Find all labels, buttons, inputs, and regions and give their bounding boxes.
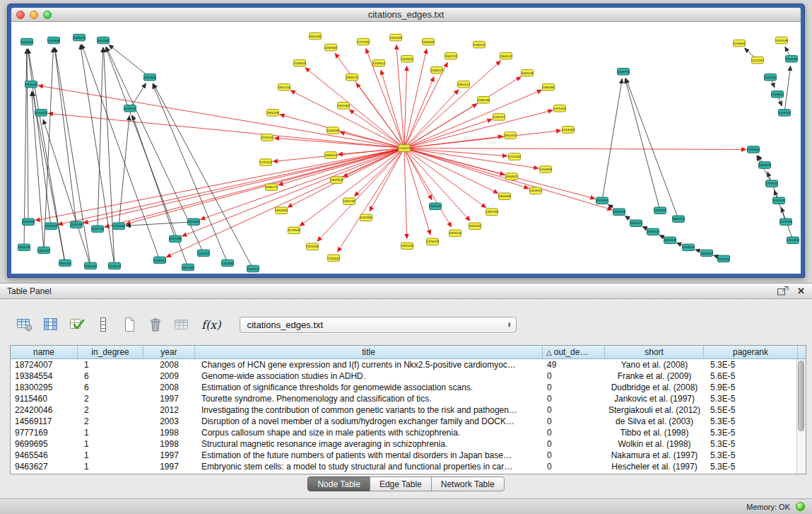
graph-node[interactable]: 2148018 bbox=[293, 59, 306, 66]
zoom-window-button[interactable] bbox=[43, 11, 52, 19]
graph-node[interactable]: 1568149 bbox=[477, 97, 490, 104]
graph-node[interactable]: 2026050 bbox=[22, 218, 35, 226]
graph-node[interactable]: 1558217 bbox=[430, 66, 443, 74]
table-row[interactable]: 1830029562008Estimation of significance … bbox=[11, 382, 796, 393]
scrollbar-thumb[interactable] bbox=[798, 361, 804, 431]
graph-node[interactable]: 1648794 bbox=[617, 68, 630, 75]
graph-node[interactable]: 1905137 bbox=[37, 247, 50, 254]
table-row[interactable]: 977716911998Corpus callosum shape and si… bbox=[11, 427, 796, 438]
graph-node[interactable]: 1925417 bbox=[247, 265, 259, 272]
graph-node[interactable]: 1807313 bbox=[330, 177, 343, 184]
graph-node[interactable]: 2016311 bbox=[124, 105, 136, 112]
panel-splitter[interactable]: ▾ bbox=[0, 278, 812, 283]
graph-node[interactable]: 1129514 bbox=[109, 262, 121, 269]
graph-node[interactable]: 1815012 bbox=[630, 220, 642, 227]
graph-node[interactable]: 2093524 bbox=[73, 34, 86, 41]
graph-node[interactable]: 1812030 bbox=[309, 33, 322, 40]
graph-node[interactable]: 1913806 bbox=[143, 74, 156, 81]
graph-node[interactable]: 1221397 bbox=[751, 57, 764, 64]
graph-node[interactable]: 1485083 bbox=[542, 83, 555, 90]
graph-node[interactable]: 1724072 bbox=[398, 145, 411, 152]
column-header-out-degree[interactable]: △ out_de… bbox=[543, 346, 605, 358]
graph-node[interactable]: 2016310 bbox=[35, 110, 47, 117]
graph-node[interactable]: 1810472 bbox=[504, 132, 517, 139]
graph-node[interactable]: 1925418 bbox=[401, 243, 413, 250]
graph-node[interactable]: 1604627 bbox=[505, 173, 518, 180]
select-columns-button[interactable] bbox=[68, 315, 86, 334]
minimize-window-button[interactable] bbox=[30, 11, 38, 19]
tab-edge-table[interactable]: Edge Table bbox=[370, 477, 432, 491]
float-panel-button[interactable] bbox=[777, 286, 789, 296]
graph-node[interactable]: 1915918 bbox=[785, 55, 798, 62]
column-header-short[interactable]: short bbox=[605, 346, 704, 358]
graph-node[interactable]: 1420043 bbox=[326, 127, 339, 134]
column-header-pagerank[interactable]: pagerank bbox=[704, 346, 798, 358]
graph-node[interactable]: 1629510 bbox=[45, 223, 57, 230]
table-row[interactable]: 2242004622012Investigating the contribut… bbox=[11, 404, 796, 416]
column-header-name[interactable]: name bbox=[11, 346, 78, 358]
graph-node[interactable]: 7625444 bbox=[306, 243, 319, 250]
table-row[interactable]: 946554611997Estimation of the future num… bbox=[11, 450, 796, 461]
graph-node[interactable]: 1632615 bbox=[401, 55, 413, 62]
graph-node[interactable]: 1823124 bbox=[449, 230, 461, 237]
graph-node[interactable]: 1443619 bbox=[778, 110, 791, 117]
graph-node[interactable]: 1805416 bbox=[700, 250, 713, 257]
graph-node[interactable]: 2125439 bbox=[389, 34, 402, 41]
graph-node[interactable]: 1072205 bbox=[772, 197, 785, 204]
graph-node[interactable]: 1973149 bbox=[775, 37, 788, 44]
graph-node[interactable]: 1559518 bbox=[747, 146, 760, 153]
import-table-button[interactable] bbox=[172, 315, 191, 334]
graph-node[interactable]: 1403908 bbox=[47, 37, 60, 44]
graph-node[interactable]: 1916445 bbox=[429, 203, 442, 210]
table-source-dropdown[interactable]: citations_edges.txt ▲▼ bbox=[240, 317, 517, 333]
row-options-button[interactable] bbox=[94, 315, 112, 334]
graph-node[interactable]: 1646032 bbox=[20, 38, 33, 45]
graph-node[interactable]: 1211260 bbox=[509, 153, 521, 160]
graph-node[interactable]: 1475074 bbox=[426, 238, 439, 245]
graph-node[interactable]: 1803130 bbox=[18, 244, 30, 251]
table-options-button[interactable] bbox=[16, 315, 34, 334]
close-window-button[interactable] bbox=[16, 11, 25, 19]
table-row[interactable]: 911546021997Tourette syndrome. Phenomeno… bbox=[11, 393, 796, 404]
graph-node[interactable]: 1961012 bbox=[457, 81, 470, 88]
column-header-title[interactable]: title bbox=[195, 346, 543, 358]
graph-node[interactable]: 2045108 bbox=[521, 69, 534, 76]
graph-node[interactable]: 1495758 bbox=[486, 209, 498, 216]
graph-node[interactable]: 1522082 bbox=[360, 214, 372, 221]
table-row[interactable]: 1456911722003Disruption of a novel membe… bbox=[11, 416, 796, 427]
graph-node[interactable]: 1601214 bbox=[278, 83, 290, 90]
graph-node[interactable]: 1173548 bbox=[288, 227, 300, 234]
graph-node[interactable]: 1924504 bbox=[682, 244, 695, 251]
graph-node[interactable]: 1906127 bbox=[500, 52, 512, 59]
graph-node[interactable]: 1196321 bbox=[473, 41, 486, 48]
graph-node[interactable]: 1924502 bbox=[717, 255, 730, 262]
graph-node[interactable]: 1505139 bbox=[91, 226, 104, 233]
graph-node[interactable]: 1961274 bbox=[445, 52, 457, 59]
graph-node[interactable]: 1305135 bbox=[70, 221, 83, 228]
graph-node[interactable]: 2520650 bbox=[187, 218, 200, 226]
column-visibility-button[interactable] bbox=[42, 315, 60, 334]
graph-node[interactable]: 1154808 bbox=[734, 40, 746, 47]
graph-node[interactable]: 1805414 bbox=[664, 237, 676, 244]
graph-node[interactable]: 1727343 bbox=[357, 38, 370, 45]
graph-node[interactable]: 1752450 bbox=[221, 259, 234, 267]
graph-node[interactable]: 1905413 bbox=[647, 228, 659, 235]
graph-node[interactable]: 1881913 bbox=[672, 216, 685, 223]
graph-node[interactable]: 1077054 bbox=[779, 218, 792, 226]
graph-node[interactable]: 1659519 bbox=[758, 162, 771, 169]
graph-node[interactable]: 1705140 bbox=[112, 223, 125, 230]
vertical-scrollbar[interactable] bbox=[796, 359, 806, 474]
graph-node[interactable]: 2175141 bbox=[261, 134, 273, 141]
graph-node[interactable]: 1166741 bbox=[493, 114, 505, 121]
column-header-year[interactable]: year bbox=[143, 346, 195, 358]
graph-node[interactable]: 1664091 bbox=[422, 38, 435, 45]
delete-column-button[interactable] bbox=[146, 315, 165, 334]
graph-node[interactable]: 2090518 bbox=[84, 262, 97, 269]
graph-node[interactable]: 1514469 bbox=[562, 127, 575, 134]
window-titlebar[interactable]: citations_edges.txt bbox=[11, 8, 801, 22]
graph-node[interactable]: 1092740 bbox=[343, 198, 355, 205]
graph-node[interactable]: 1275412 bbox=[259, 159, 272, 166]
graph-node[interactable]: 1909770 bbox=[346, 74, 358, 81]
network-canvas[interactable]: 1724072214801816012141834209217514112754… bbox=[11, 22, 801, 274]
table-row[interactable]: 1872400712008Changes of HCN gene express… bbox=[11, 359, 796, 370]
